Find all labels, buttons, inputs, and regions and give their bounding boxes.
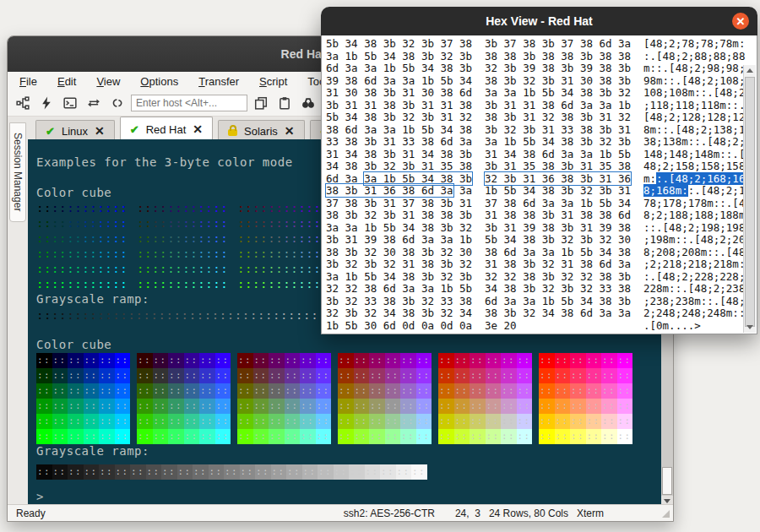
check-icon: ✔ <box>130 123 139 136</box>
bg-color-cube-row: ::::::::::::::::::::::::::::::::::::::::… <box>36 429 632 444</box>
tab-label: Linux <box>62 125 88 138</box>
color-cube-label: Color cube <box>36 186 111 199</box>
status-terminal-size: 24 Rows, 80 Cols <box>489 508 568 519</box>
resize-grip[interactable] <box>662 510 670 518</box>
quick-connect-host-input[interactable] <box>131 95 247 111</box>
hex-vertical-scrollbar[interactable] <box>743 65 756 333</box>
desktop: Red Hat - SecureCRT FileEditViewOptionsT… <box>0 0 760 532</box>
arrow-up-icon <box>746 68 753 73</box>
menu-script[interactable]: Script <box>259 75 287 88</box>
tab-close-icon[interactable]: ✕ <box>193 122 203 136</box>
hex-row: 31 30 38 3b 31 30 38 6d3a 3a 1b 5b 34 38… <box>326 87 745 100</box>
bg-color-cube-row: ::::::::::::::::::::::::::::::::::::::::… <box>36 399 632 414</box>
hex-dump: 5b 34 38 3b 32 3b 37 383b 37 38 3b 37 38… <box>326 38 745 332</box>
bg-color-cube-row: ::::::::::::::::::::::::::::::::::::::::… <box>36 368 632 383</box>
grayscale-ramp-label-2: Grayscale ramp: <box>36 444 149 458</box>
hex-row: 38 3b 31 36 38 6d 3a 3a1b 5b 34 38 3b 32… <box>326 185 745 198</box>
hex-row: 34 38 3b 32 3b 31 35 383b 31 35 38 3b 31… <box>326 160 745 173</box>
menu-view[interactable]: View <box>96 75 120 88</box>
tab-close-icon[interactable]: ✕ <box>95 124 105 138</box>
hex-row: 39 38 6d 3a 3a 1b 5b 3438 3b 32 3b 31 30… <box>326 75 745 88</box>
session-manager-label: Session Manager <box>12 133 24 211</box>
hex-row: 3b 32 33 38 3b 32 33 386d 3a 3a 1b 5b 34… <box>326 296 745 308</box>
find-icon[interactable] <box>298 93 318 113</box>
session-manager-icon[interactable] <box>13 93 33 113</box>
hex-row: 1b 5b 30 6d 0d 0a 0d 0a3e 20.[0m....> <box>326 320 745 333</box>
hex-row: 38 3b 32 30 38 3b 32 3038 6d 3a 3a 1b 5b… <box>326 247 745 259</box>
hex-row: 3a 3a 1b 5b 34 38 3b 323b 31 39 38 3b 31… <box>326 222 745 235</box>
hex-row: 33 38 3b 31 33 38 6d 3a3a 1b 5b 34 38 3b… <box>326 136 745 149</box>
tab-label: Red Hat <box>146 123 187 136</box>
grayscale-ramp-label: Grayscale ramp: <box>36 292 149 306</box>
arrow-down-icon <box>746 325 753 329</box>
hex-scrollbar-thumb[interactable] <box>745 77 755 327</box>
bg-color-cube-row: ::::::::::::::::::::::::::::::::::::::::… <box>36 353 632 368</box>
tab-solaris[interactable]: Solaris✕ <box>218 120 304 141</box>
hex-row: 32 3b 32 34 38 3b 32 3438 3b 32 34 38 6d… <box>326 307 745 320</box>
hex-row: 6d 3a 3a 1b 5b 34 38 3b32 3b 31 36 38 3b… <box>326 173 745 186</box>
terminal-heading: Examples for the 3-byte color mode <box>36 155 293 169</box>
hex-row: 3b 31 39 38 6d 3a 3a 1b5b 34 38 3b 32 3b… <box>326 234 745 247</box>
menu-file[interactable]: File <box>19 75 37 88</box>
hex-row: 3a 1b 5b 34 38 3b 32 3b38 38 3b 38 38 3b… <box>326 51 745 63</box>
hex-view-window: Hex View - Red Hat ✕ 5b 34 38 3b 32 3b 3… <box>321 7 757 334</box>
copy-icon[interactable] <box>251 93 271 113</box>
color-cube-label-2: Color cube <box>36 338 111 351</box>
arrow-down-icon <box>664 499 670 503</box>
tab-label: Solaris <box>244 125 278 138</box>
hex-row: 5b 34 38 3b 32 3b 37 383b 37 38 3b 37 38… <box>326 38 745 51</box>
hex-row: 38 6d 3a 3a 1b 5b 34 383b 32 3b 31 33 38… <box>326 124 745 137</box>
hex-row: 37 38 3b 31 37 38 3b 3137 38 6d 3a 3a 1b… <box>326 198 745 210</box>
bg-color-cube-row: ::::::::::::::::::::::::::::::::::::::::… <box>36 414 632 429</box>
tab-linux[interactable]: ✔Linux✕ <box>35 120 115 141</box>
hex-row: 3b 32 3b 32 31 38 3b 3231 38 3b 32 31 38… <box>326 258 745 271</box>
session-manager-tab[interactable]: Session Manager <box>9 122 26 222</box>
hex-view-title: Hex View - Red Hat <box>486 14 593 28</box>
menu-options[interactable]: Options <box>140 75 178 88</box>
menu-edit[interactable]: Edit <box>57 75 76 88</box>
hex-row: 5b 34 38 3b 32 3b 31 3238 3b 31 32 38 3b… <box>326 111 745 124</box>
status-ready: Ready <box>16 508 46 519</box>
tab-close-icon[interactable]: ✕ <box>285 124 295 138</box>
status-emulation: Xterm <box>577 508 604 519</box>
reconnect-icon[interactable] <box>84 93 104 113</box>
hex-row: 6d 3a 3a 1b 5b 34 38 3b32 3b 39 38 3b 39… <box>326 62 745 75</box>
terminal-icon[interactable] <box>60 93 80 113</box>
quick-connect-icon[interactable] <box>36 93 57 113</box>
hex-row: 3b 31 31 38 3b 31 31 383b 31 31 38 6d 3a… <box>326 100 745 112</box>
tab-red-hat[interactable]: ✔Red Hat✕ <box>120 117 213 141</box>
hex-row: 32 32 38 6d 3a 3a 1b 5b34 38 3b 32 3b 32… <box>326 283 745 296</box>
lock-icon <box>228 129 237 136</box>
status-bar: Ready ssh2: AES-256-CTR 24, 3 24 Rows, 8… <box>8 504 673 521</box>
hex-view-content[interactable]: 5b 34 38 3b 32 3b 37 383b 37 38 3b 37 38… <box>321 35 757 334</box>
menu-transfer[interactable]: Transfer <box>198 75 239 88</box>
bg-color-cube-row: ::::::::::::::::::::::::::::::::::::::::… <box>36 383 632 399</box>
shell-prompt: > <box>36 490 44 503</box>
bg-grayscale-ramp: ::::::::::::::::::::::::::::::::::::::::… <box>36 464 427 480</box>
paste-icon[interactable] <box>274 93 295 113</box>
status-crypto: ssh2: AES-256-CTR <box>344 508 435 519</box>
check-icon: ✔ <box>46 125 55 138</box>
hex-row: 3a 1b 5b 34 38 3b 32 3b32 32 38 3b 32 32… <box>326 271 745 284</box>
status-cursor-position: 24, 3 <box>455 508 480 519</box>
close-icon[interactable]: ✕ <box>732 13 749 30</box>
disconnect-icon[interactable] <box>107 93 128 113</box>
hex-row: 38 3b 32 3b 31 38 38 3b31 38 38 3b 31 38… <box>326 209 745 222</box>
hex-row: 31 34 38 3b 31 34 38 3b31 34 38 6d 3a 3a… <box>326 149 745 161</box>
hex-view-titlebar[interactable]: Hex View - Red Hat ✕ <box>321 7 757 35</box>
scrollbar-thumb[interactable] <box>662 467 672 495</box>
